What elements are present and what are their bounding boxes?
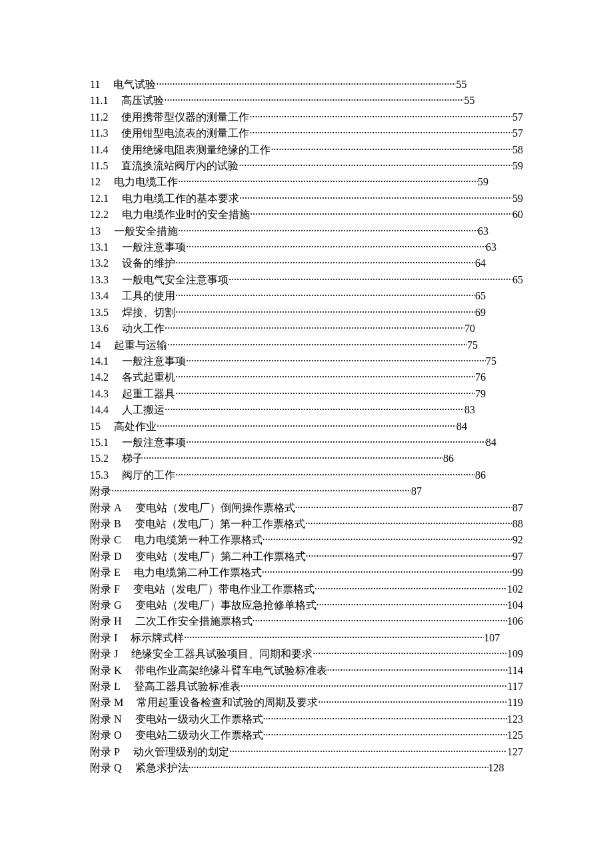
- toc-entry-title: 焊接、切割: [122, 305, 175, 321]
- toc-leader-dots: ········································…: [175, 288, 475, 304]
- toc-entry: 12.2电力电缆作业时的安全措施························…: [90, 207, 523, 223]
- toc-entry-title: 变电站（发电厂）第一种工作票格式: [135, 516, 305, 532]
- toc-entry-page: 87: [411, 483, 422, 499]
- toc-entry-number: 14.2: [90, 369, 109, 385]
- toc-entry: 14起重与运输·································…: [90, 337, 523, 353]
- toc-entry-number: 附录 E: [90, 565, 121, 581]
- toc-leader-dots: ········································…: [175, 369, 475, 385]
- toc-entry-title: 高压试验: [121, 93, 164, 109]
- toc-leader-dots: ········································…: [306, 549, 512, 565]
- toc-leader-dots: ········································…: [271, 142, 512, 158]
- toc-entry: 13.3一般电气安全注意事项··························…: [90, 272, 523, 288]
- toc-leader-dots: ········································…: [175, 255, 475, 271]
- toc-entry: 附录 N变电站一级动火工作票格式························…: [90, 711, 523, 727]
- toc-entry-number: 13.5: [90, 305, 109, 321]
- toc-entry-number: 15.1: [90, 435, 109, 451]
- toc-entry-page: 55: [464, 93, 474, 109]
- toc-leader-dots: ········································…: [253, 613, 507, 629]
- toc-entry-title: 变电站（发电厂）倒闸操作票格式: [135, 500, 295, 516]
- toc-entry-page: 106: [507, 613, 523, 629]
- toc-leader-dots: ········································…: [164, 93, 464, 109]
- toc-leader-dots: ········································…: [239, 191, 512, 207]
- toc-entry-title: 电力电缆第二种工作票格式: [134, 565, 262, 581]
- toc-entry-page: 117: [508, 679, 523, 695]
- toc-entry: 附录 D变电站（发电厂）第二种工作票格式····················…: [90, 549, 523, 565]
- toc-entry-page: 102: [507, 581, 523, 597]
- toc-entry-title: 使用钳型电流表的测量工作: [121, 125, 249, 141]
- toc-entry: 14.1一般注意事项······························…: [90, 353, 523, 369]
- toc-entry: 11.2使用携带型仪器的测量工作························…: [90, 109, 523, 125]
- toc-entry-number: 11.4: [90, 142, 108, 158]
- toc-entry-number: 13.3: [90, 272, 109, 288]
- toc-entry-title: 工具的使用: [122, 288, 175, 304]
- toc-leader-dots: ········································…: [262, 565, 512, 581]
- toc-entry-number: 14.1: [90, 353, 109, 369]
- toc-entry-title: 一般注意事项: [122, 435, 186, 451]
- toc-entry: 附录 M常用起重设备检查和试验的周期及要求···················…: [90, 695, 523, 711]
- toc-entry-title: 动火管理级别的划定: [133, 744, 229, 760]
- toc-entry-title: 电力电缆第一种工作票格式: [135, 532, 263, 548]
- toc-entry-page: 119: [508, 695, 523, 711]
- toc-entry-number: 附录 N: [90, 711, 122, 727]
- toc-entry: 附录 I标示牌式样·······························…: [90, 630, 523, 646]
- toc-entry: 附录 E电力电缆第二种工作票格式························…: [90, 565, 523, 581]
- toc-entry-number: 11.3: [90, 125, 108, 141]
- toc-entry-title: 电气试验: [113, 77, 156, 93]
- toc-entry-title: 一般注意事项: [122, 239, 186, 255]
- toc-entry-page: 75: [486, 353, 496, 369]
- toc-entry-page: 125: [507, 727, 523, 743]
- toc-entry-title: 电力电缆作业时的安全措施: [122, 207, 250, 223]
- toc-entry-number: 附录 J: [90, 646, 118, 662]
- toc-leader-dots: ········································…: [312, 646, 507, 662]
- toc-entry-title: 使用携带型仪器的测量工作: [121, 109, 249, 125]
- toc-entry-title: 直流换流站阀厅内的试验: [121, 158, 239, 174]
- toc-entry-number: 11.1: [90, 93, 108, 109]
- toc-page: 11电气试验··································…: [0, 0, 613, 816]
- toc-leader-dots: ········································…: [178, 223, 478, 239]
- toc-entry: 14.4人工搬运································…: [90, 402, 523, 418]
- toc-leader-dots: ········································…: [263, 532, 512, 548]
- toc-entry-page: 69: [475, 305, 486, 321]
- toc-entry: 附录 P动火管理级别的划定···························…: [90, 744, 523, 760]
- toc-entry: 14.2各式起重机·······························…: [90, 369, 523, 385]
- toc-entry-page: 84: [456, 419, 467, 435]
- toc-leader-dots: ········································…: [186, 435, 486, 451]
- toc-entry: 13.6动火工作································…: [90, 321, 523, 337]
- toc-leader-dots: ········································…: [263, 711, 507, 727]
- toc-leader-dots: ········································…: [167, 337, 467, 353]
- toc-leader-dots: ········································…: [157, 419, 456, 435]
- toc-entry-page: 86: [475, 467, 486, 483]
- toc-entry-number: 13.1: [90, 239, 109, 255]
- toc-entry-page: 70: [464, 321, 475, 337]
- toc-entry: 13.1一般注意事项······························…: [90, 239, 523, 255]
- toc-entry: 12电力电缆工作································…: [90, 174, 523, 190]
- toc-leader-dots: ········································…: [316, 597, 507, 613]
- toc-entry-number: 12.1: [90, 191, 109, 207]
- toc-entry-title: 各式起重机: [122, 369, 175, 385]
- toc-entry: 11电气试验··································…: [90, 77, 523, 93]
- toc-entry-number: 15: [90, 419, 101, 435]
- toc-entry-number: 13.6: [90, 321, 109, 337]
- toc-leader-dots: ········································…: [189, 760, 488, 776]
- toc-entry-page: 86: [443, 451, 454, 467]
- toc-entry-page: 59: [512, 191, 523, 207]
- toc-leader-dots: ········································…: [175, 305, 475, 321]
- toc-entry-title: 使用绝缘电阻表测量绝缘的工作: [121, 142, 271, 158]
- toc-entry-title: 变电站（发电厂）第二种工作票格式: [135, 549, 306, 565]
- toc-leader-dots: ········································…: [111, 483, 411, 499]
- toc-entry-page: 99: [512, 565, 523, 581]
- toc-entry-number: 附录 K: [90, 663, 122, 679]
- toc-entry: 13.5焊接、切割·······························…: [90, 305, 523, 321]
- toc-entry-number: 附录 P: [90, 744, 120, 760]
- toc-entry-page: 92: [512, 532, 523, 548]
- toc-leader-dots: ········································…: [239, 158, 512, 174]
- toc-entry-number: 13: [90, 223, 101, 239]
- toc-entry-page: 65: [475, 288, 486, 304]
- toc-entry-page: 59: [512, 158, 523, 174]
- toc-entry-page: 88: [512, 516, 523, 532]
- toc-entry-number: 附录 D: [90, 549, 122, 565]
- toc-entry-page: 123: [507, 711, 523, 727]
- toc-leader-dots: ········································…: [229, 744, 507, 760]
- toc-entry-page: 57: [512, 125, 523, 141]
- toc-entry-title: 电力电缆工作: [114, 174, 178, 190]
